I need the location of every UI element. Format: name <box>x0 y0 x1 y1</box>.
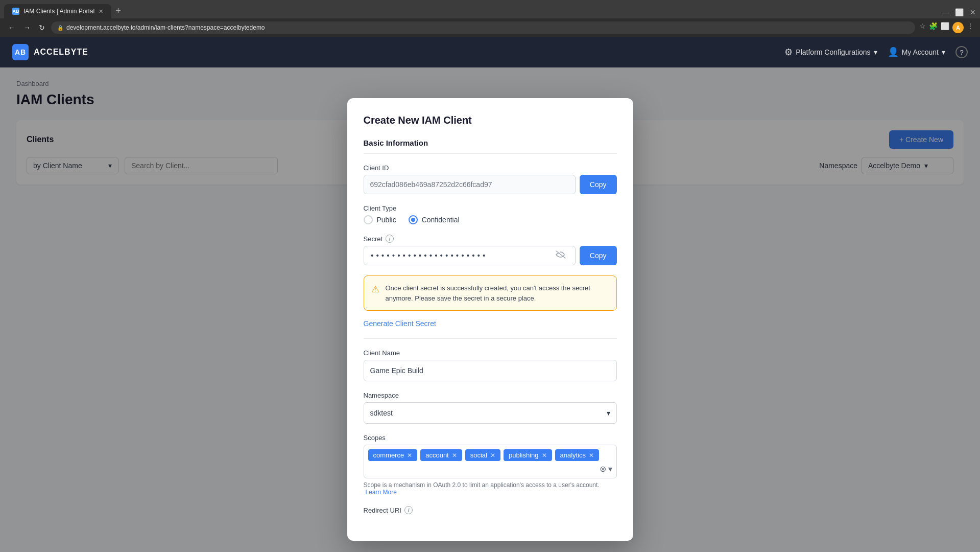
client-type-label: Client Type <box>364 204 617 212</box>
minimize-button[interactable]: — <box>942 8 949 16</box>
browser-menu-icon[interactable]: ⋮ <box>967 22 974 33</box>
client-name-field: Client Name <box>364 349 617 381</box>
logo-area: AB ACCELBYTE <box>12 44 88 60</box>
scopes-field: Scopes commerce ✕ account ✕ social ✕ <box>364 434 617 496</box>
scope-social-label: social <box>470 451 487 459</box>
lock-icon: 🔒 <box>57 25 63 31</box>
modal: Create New IAM Client Basic Information … <box>347 98 633 541</box>
scopes-label: Scopes <box>364 434 617 442</box>
client-name-input[interactable] <box>364 360 617 381</box>
active-tab[interactable]: AB IAM Clients | Admin Portal ✕ <box>4 4 111 18</box>
tab-title: IAM Clients | Admin Portal <box>23 8 94 15</box>
forward-button[interactable]: → <box>21 21 33 34</box>
scope-account-label: account <box>425 451 449 459</box>
client-type-radio-group: Public Confidential <box>364 215 617 224</box>
app-body: Dashboard IAM Clients Clients + Create N… <box>0 67 980 552</box>
scope-tag-analytics: analytics ✕ <box>555 449 600 461</box>
modal-overlay[interactable]: Create New IAM Client Basic Information … <box>0 67 980 552</box>
radio-public-circle <box>364 215 373 224</box>
namespace-dropdown[interactable]: sdktest ▾ <box>364 402 617 424</box>
radio-confidential-circle <box>409 215 418 224</box>
new-tab-button[interactable]: + <box>111 4 125 18</box>
scope-tag-commerce: commerce ✕ <box>368 449 418 461</box>
scope-publishing-remove[interactable]: ✕ <box>542 452 547 459</box>
gear-icon: ⚙ <box>784 47 793 58</box>
client-id-input-row: Copy <box>364 175 617 194</box>
maximize-button[interactable]: ⬜ <box>955 8 964 16</box>
scope-actions: ⊗ ▾ <box>600 464 612 474</box>
secret-input[interactable] <box>364 246 576 265</box>
scopes-learn-more-link[interactable]: Learn More <box>366 489 397 496</box>
scope-account-remove[interactable]: ✕ <box>452 452 457 459</box>
platform-config-label: Platform Configurations <box>796 48 870 56</box>
radio-public[interactable]: Public <box>364 215 396 224</box>
close-window-button[interactable]: ✕ <box>970 8 976 16</box>
my-account-button[interactable]: 👤 My Account ▾ <box>888 47 945 58</box>
app-header: AB ACCELBYTE ⚙ Platform Configurations ▾… <box>0 37 980 67</box>
modal-title: Create New IAM Client <box>364 114 617 126</box>
secret-info-icon: i <box>386 235 394 243</box>
toggle-secret-button[interactable] <box>556 250 566 261</box>
address-url: development.accelbyte.io/admin/iam-clien… <box>66 24 265 31</box>
scope-clear-icon[interactable]: ⊗ <box>600 464 606 474</box>
scope-dropdown-icon[interactable]: ▾ <box>608 464 612 474</box>
namespace-field-label: Namespace <box>364 392 617 399</box>
secret-field: Secret i Copy <box>364 235 617 265</box>
header-right: ⚙ Platform Configurations ▾ 👤 My Account… <box>784 46 968 58</box>
help-button[interactable]: ? <box>955 46 968 58</box>
my-account-label: My Account <box>902 48 939 56</box>
scopes-hint: Scope is a mechanism in OAuth 2.0 to lim… <box>364 481 617 496</box>
secret-label: Secret i <box>364 235 617 243</box>
address-bar[interactable]: 🔒 development.accelbyte.io/admin/iam-cli… <box>51 21 915 34</box>
browser-actions: ☆ 🧩 ⬜ A ⋮ <box>919 22 974 33</box>
client-name-label: Client Name <box>364 349 617 357</box>
radio-confidential-label: Confidential <box>422 216 460 224</box>
basic-info-section-title: Basic Information <box>364 139 617 154</box>
help-icon: ? <box>955 46 968 58</box>
refresh-button[interactable]: ↻ <box>37 21 47 34</box>
extensions-icon[interactable]: 🧩 <box>929 22 938 33</box>
browser-chrome: AB IAM Clients | Admin Portal ✕ + — ⬜ ✕ … <box>0 0 980 37</box>
client-id-field: Client ID Copy <box>364 164 617 194</box>
namespace-value: sdktest <box>370 409 393 417</box>
scope-commerce-remove[interactable]: ✕ <box>407 452 412 459</box>
logo-icon: AB <box>12 44 29 60</box>
platform-config-button[interactable]: ⚙ Platform Configurations ▾ <box>784 47 877 58</box>
radio-confidential[interactable]: Confidential <box>409 215 460 224</box>
browser-profile[interactable]: A <box>952 22 964 33</box>
scope-commerce-label: commerce <box>373 451 404 459</box>
bookmark-icon[interactable]: ☆ <box>919 22 926 33</box>
radio-public-label: Public <box>377 216 396 224</box>
warning-box: ⚠ Once client secret is successfully cre… <box>364 275 617 311</box>
user-icon: 👤 <box>888 47 899 58</box>
client-id-label: Client ID <box>364 164 617 172</box>
back-button[interactable]: ← <box>6 21 17 34</box>
scope-social-remove[interactable]: ✕ <box>490 452 495 459</box>
redirect-uri-field: Redirect URI i <box>364 506 617 514</box>
namespace-dropdown-chevron: ▾ <box>607 409 610 417</box>
scope-tag-publishing: publishing ✕ <box>504 449 552 461</box>
scope-analytics-remove[interactable]: ✕ <box>589 452 594 459</box>
client-type-field: Client Type Public Confidential <box>364 204 617 224</box>
account-chevron-icon: ▾ <box>942 48 945 56</box>
browser-tabs: AB IAM Clients | Admin Portal ✕ + — ⬜ ✕ <box>0 0 980 18</box>
divider <box>364 338 617 339</box>
secret-input-row: Copy <box>364 246 617 265</box>
sidebar-toggle-icon[interactable]: ⬜ <box>941 22 949 33</box>
secret-copy-button[interactable]: Copy <box>580 246 617 265</box>
chevron-down-icon: ▾ <box>874 48 877 56</box>
warning-icon: ⚠ <box>371 284 379 303</box>
client-id-copy-button[interactable]: Copy <box>580 175 617 194</box>
tab-close-button[interactable]: ✕ <box>99 8 103 15</box>
namespace-field: Namespace sdktest ▾ <box>364 392 617 424</box>
scopes-container: commerce ✕ account ✕ social ✕ publishing… <box>364 445 617 478</box>
client-id-input[interactable] <box>364 175 576 194</box>
warning-text: Once client secret is successfully creat… <box>386 283 609 303</box>
scope-analytics-label: analytics <box>560 451 586 459</box>
scope-tag-social: social ✕ <box>465 449 500 461</box>
generate-secret-link[interactable]: Generate Client Secret <box>364 319 436 328</box>
redirect-uri-label: Redirect URI i <box>364 506 617 514</box>
scope-publishing-label: publishing <box>509 451 539 459</box>
redirect-uri-info-icon: i <box>404 506 413 514</box>
browser-toolbar: ← → ↻ 🔒 development.accelbyte.io/admin/i… <box>0 18 980 37</box>
